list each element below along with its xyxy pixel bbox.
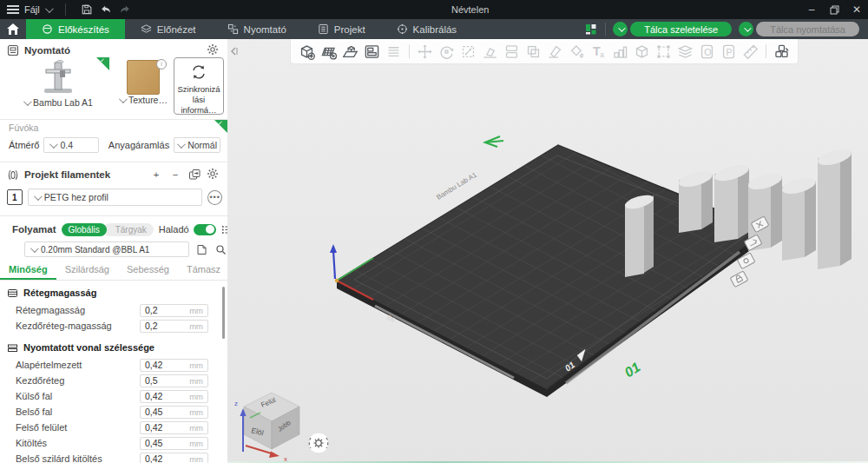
model-block (816, 146, 853, 269)
split-parts-icon[interactable] (524, 43, 542, 61)
measure-icon[interactable] (741, 43, 760, 61)
rotate-icon[interactable] (437, 43, 456, 61)
layers-icon[interactable] (676, 43, 694, 61)
model-block (780, 175, 818, 261)
sync-info-button[interactable]: Szinkronizálási informá… (174, 57, 224, 115)
close-button[interactable]: ✕ (845, 0, 868, 19)
remove-filament-button[interactable]: − (168, 168, 182, 182)
tab-preview[interactable]: Előnézet (125, 19, 212, 39)
panel-collapse-handle[interactable] (229, 44, 238, 60)
chevron-down-icon[interactable] (45, 4, 54, 13)
plate-select-chevron[interactable] (119, 95, 128, 103)
scope-objects-pill[interactable]: Tárgyak (103, 223, 154, 236)
panel-scrollbar[interactable] (222, 287, 225, 339)
printer-card[interactable]: Bambu Lab A1 ✓ (7, 57, 109, 115)
printer-settings-gear-icon[interactable] (207, 43, 219, 57)
value-input[interactable]: 0,42mm (140, 421, 208, 434)
home-button[interactable] (0, 19, 26, 39)
tab-quality[interactable]: Minőség (0, 262, 56, 280)
search-preset-icon[interactable] (214, 242, 227, 256)
nav-cube[interactable]: Felül Elöl Jobb (244, 393, 299, 449)
process-preset-select[interactable]: 0.20mm Standard @BBL A1 (24, 241, 189, 257)
object-list-icon[interactable] (385, 43, 403, 61)
value-input[interactable]: 0,45mm (140, 437, 208, 450)
restore-button[interactable] (823, 0, 845, 19)
filament-more-button[interactable]: ••• (207, 190, 222, 205)
view-settings-button[interactable] (308, 433, 329, 453)
tab-calibration[interactable]: Kalibrálás (381, 19, 473, 39)
undo-button[interactable] (99, 3, 113, 17)
value-input[interactable]: 0,42mm (140, 359, 208, 372)
title-bar: Fájl Névtelen – ✕ (0, 0, 868, 19)
slice-options-chevron[interactable] (613, 22, 628, 36)
filament-profile-select[interactable]: PETG hez profil (28, 189, 203, 206)
advanced-toggle[interactable] (194, 224, 216, 235)
print-options-chevron[interactable] (739, 22, 753, 36)
nozzle-row: Átmérő 0.4 Anyagáramlás Normál (9, 137, 220, 153)
print-plate-button[interactable]: Tálca nyomtatása (756, 22, 859, 36)
filament-slot[interactable]: 1 (7, 189, 23, 205)
main-nav: Előkészítés Előnézet Nyomtató Projekt Ka… (0, 19, 868, 39)
lay-flat-icon[interactable] (481, 43, 499, 61)
main-menu-icon[interactable] (7, 5, 19, 14)
scope-global-pill[interactable]: Globális (62, 223, 107, 236)
plate-type-card[interactable]: i Texture… (118, 57, 168, 115)
add-object-icon[interactable] (298, 43, 316, 61)
sync-icon (190, 63, 207, 81)
nozzle-diameter-label: Átmérő (9, 140, 39, 150)
split-layout-icon[interactable] (363, 43, 381, 61)
mesh-boolean-icon[interactable] (633, 43, 651, 61)
tab-prepare[interactable]: Előkészítés (26, 19, 125, 39)
tab-printer[interactable]: Nyomtató (212, 19, 302, 39)
setting-row: Rétegmagasság0,2mm (0, 302, 227, 318)
save-preset-icon[interactable] (194, 242, 208, 256)
nozzle-diameter-select[interactable]: 0.4 (43, 137, 98, 153)
viewport-3d[interactable]: Bambu Lab A1 B6 (227, 39, 868, 463)
setting-row: Kezdőréteg-magasság0,2mm (0, 318, 227, 334)
sync-filaments-icon[interactable] (187, 168, 201, 182)
value-input[interactable]: 0,42mm (140, 453, 208, 463)
redo-button[interactable] (118, 3, 132, 17)
viewport-toolbar: Ta O P (290, 39, 799, 64)
flow-select[interactable]: Normál (174, 137, 220, 153)
parts-view-icon[interactable]: P (720, 43, 738, 61)
save-button[interactable] (80, 3, 94, 17)
tab-strength[interactable]: Szilárdság (56, 262, 118, 280)
setting-row: Alapértelmezett0,42mm (0, 357, 227, 373)
text-tool-icon[interactable]: Ta (589, 43, 608, 61)
value-input[interactable]: 0,5mm (140, 374, 208, 387)
parameters-list: Rétegmagasság Rétegmagasság0,2mm Kezdőré… (0, 283, 227, 463)
support-paint-icon[interactable] (546, 43, 564, 61)
tab-support[interactable]: Támasz (178, 262, 228, 280)
tab-project[interactable]: Projekt (302, 19, 381, 39)
printer-select-chevron[interactable] (23, 97, 32, 106)
minimize-button[interactable]: – (800, 0, 823, 19)
split-objects-icon[interactable] (503, 43, 521, 61)
assembly-view-icon[interactable] (773, 43, 791, 61)
scene-3d[interactable]: Bambu Lab A1 B6 (227, 39, 868, 463)
setting-row: Kitöltés0,45mm (0, 435, 227, 451)
section-line-width: Nyomtatott vonal szélessége (0, 338, 227, 357)
add-filament-button[interactable]: + (149, 168, 163, 182)
value-input[interactable]: 0,42mm (140, 390, 208, 403)
variable-layer-icon[interactable] (611, 43, 629, 61)
color-paint-icon[interactable] (568, 43, 586, 61)
scale-icon[interactable] (459, 43, 477, 61)
value-input[interactable]: 0,45mm (140, 406, 208, 419)
move-icon[interactable] (416, 43, 434, 61)
negative-part-icon[interactable] (654, 43, 673, 61)
info-icon[interactable]: i (156, 59, 167, 69)
value-input[interactable]: 0,2mm (140, 304, 208, 317)
setting-row: Kezdőréteg0,5mm (0, 373, 227, 388)
tab-speed[interactable]: Sebesség (118, 262, 178, 280)
divider (605, 23, 606, 36)
plate-list-icon[interactable] (584, 23, 598, 36)
objects-view-icon[interactable]: O (698, 43, 716, 61)
model-block (677, 168, 714, 233)
file-menu[interactable]: Fájl (24, 4, 40, 15)
value-input[interactable]: 0,2mm (140, 320, 208, 333)
slice-plate-button[interactable]: Tálca szeletelése (630, 22, 732, 36)
add-plate-icon[interactable] (319, 43, 338, 61)
arrange-icon[interactable] (341, 43, 359, 61)
filament-settings-gear-icon[interactable] (207, 168, 219, 182)
